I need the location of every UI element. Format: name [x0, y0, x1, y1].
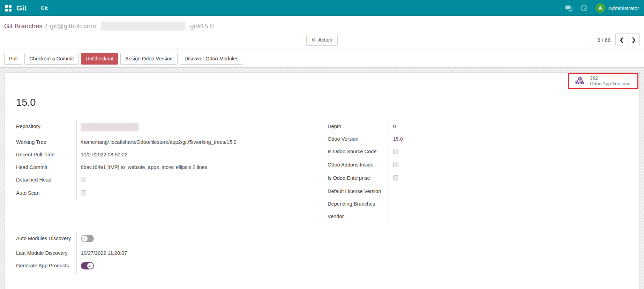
- record-title: 15.0: [16, 97, 639, 108]
- field-label: Odoo Version: [328, 133, 389, 145]
- redacted-value-block: [81, 123, 139, 131]
- field-label: Default License Version: [328, 185, 389, 198]
- detached-head-checkbox[interactable]: [81, 177, 86, 182]
- field-value: /home/hang/.local/share/Odoo/filestore/a…: [76, 136, 237, 148]
- is-odoo-enterprise-checkbox[interactable]: [393, 175, 398, 180]
- left-column: Repository Working Tree /home/hang/.loca…: [16, 120, 328, 274]
- app-brand[interactable]: Git: [16, 4, 27, 12]
- checkout-commit-button[interactable]: Checkout a Commit: [24, 53, 78, 65]
- chevron-right-icon: ❯: [631, 37, 636, 43]
- messages-icon[interactable]: [565, 4, 572, 12]
- button-box-row: 362 Odoo App Versions: [5, 73, 639, 89]
- field-label: Vendor: [328, 210, 389, 223]
- field-row-last-module-discovery: Last Module Discovery 10/27/2022 11:20:0…: [16, 247, 127, 259]
- breadcrumb-redacted-block: [101, 22, 186, 31]
- field-label: Odoo Addons Inside: [328, 158, 389, 172]
- top-navbar: Git Git A Administrator: [0, 0, 644, 16]
- field-value: [389, 198, 430, 210]
- odoo-addons-inside-checkbox[interactable]: [393, 162, 398, 167]
- field-label: Recent Pull Time: [16, 148, 76, 161]
- stat-count: 362: [590, 75, 630, 81]
- field-row-is-odoo-source-code: Is Odoo Source Code: [328, 145, 430, 158]
- field-label: Auto Scan: [16, 187, 76, 200]
- stat-label: Odoo App Versions: [590, 81, 630, 87]
- assign-odoo-version-button[interactable]: Assign Odoo Version: [120, 53, 177, 65]
- breadcrumb-current-suffix: .git#15.0: [188, 22, 214, 30]
- avatar: A: [596, 3, 605, 13]
- is-odoo-source-code-checkbox[interactable]: [393, 149, 398, 154]
- field-row-depth: Depth 0: [328, 120, 430, 133]
- field-label: Working Tree: [16, 136, 76, 148]
- action-button[interactable]: ⚙ Action: [306, 34, 338, 46]
- field-value: 10/27/2022 08:50:22: [76, 148, 237, 161]
- field-row-is-odoo-enterprise: Is Odoo Enterprise: [328, 172, 430, 185]
- pager-previous-button[interactable]: ❮: [615, 34, 628, 46]
- group-left-top: Repository Working Tree /home/hang/.loca…: [16, 120, 237, 200]
- apps-grid-dot: [5, 5, 8, 8]
- field-row-head-commit: Head Commit 8bac164e1 [IMP] to_website_a…: [16, 161, 237, 173]
- field-label: Detached Head: [16, 173, 76, 187]
- field-label: Repository: [16, 120, 76, 136]
- toggle-check-icon: ✓: [87, 263, 93, 269]
- breadcrumb: Git Branches / git@github.com: .git#15.0: [4, 20, 640, 32]
- toggle-x-icon: ✕: [82, 236, 88, 242]
- field-value: [389, 210, 430, 223]
- field-value: 8bac164e1 [IMP] to_website_apps_store: e…: [76, 161, 237, 173]
- group-right-top: Depth 0 Odoo Version 15.0 Is Odoo Source…: [328, 120, 430, 223]
- field-label: Is Odoo Source Code: [328, 145, 389, 158]
- field-row-auto-scan: Auto Scan: [16, 187, 237, 200]
- form-sheet: 362 Odoo App Versions 15.0 Repository Wo…: [5, 72, 639, 289]
- user-name: Administrator: [608, 5, 639, 11]
- field-row-repository: Repository: [16, 120, 237, 136]
- odoo-app-versions-stat-button[interactable]: 362 Odoo App Versions: [568, 73, 638, 89]
- generate-app-products-toggle-on[interactable]: ✓: [81, 262, 94, 269]
- content-background: 362 Odoo App Versions 15.0 Repository Wo…: [0, 68, 644, 289]
- control-panel: Git Branches / git@github.com: .git#15.0…: [0, 16, 644, 50]
- pull-button[interactable]: Pull: [4, 53, 22, 65]
- group-left-bottom: Auto Modules Discovery ✕ Last Module Dis…: [16, 232, 127, 274]
- apps-grid-dot: [5, 9, 8, 12]
- uncheckout-button[interactable]: UnCheckout: [81, 53, 119, 65]
- field-label: Depth: [328, 120, 389, 133]
- auto-modules-discovery-toggle-off[interactable]: ✕: [81, 235, 94, 242]
- field-label: Head Commit: [16, 161, 76, 173]
- apps-grid-dot: [9, 5, 12, 8]
- breadcrumb-current-prefix: git@github.com:: [50, 22, 98, 30]
- action-button-label: Action: [318, 37, 332, 43]
- apps-grid-dot: [9, 9, 12, 12]
- field-row-auto-modules-discovery: Auto Modules Discovery ✕: [16, 232, 127, 247]
- field-value: 0: [389, 120, 430, 133]
- cubes-icon: [573, 75, 586, 87]
- gear-icon: ⚙: [312, 37, 316, 43]
- right-column: Depth 0 Odoo Version 15.0 Is Odoo Source…: [328, 120, 632, 223]
- field-row-generate-app-products: Generate App Products ✓: [16, 259, 127, 274]
- field-row-odoo-version: Odoo Version 15.0: [328, 133, 430, 145]
- field-value: 10/27/2022 11:20:07: [76, 247, 127, 259]
- discover-odoo-modules-button[interactable]: Discover Odoo Modules: [180, 53, 244, 65]
- field-row-default-license-version: Default License Version: [328, 185, 430, 198]
- field-row-odoo-addons-inside: Odoo Addons Inside: [328, 158, 430, 172]
- form-statusbar: Pull Checkout a Commit UnCheckout Assign…: [0, 50, 644, 68]
- apps-grid-icon[interactable]: [5, 5, 12, 12]
- field-row-recent-pull-time: Recent Pull Time 10/27/2022 08:50:22: [16, 148, 237, 161]
- field-zone: Repository Working Tree /home/hang/.loca…: [5, 120, 639, 274]
- pager-next-button[interactable]: ❯: [628, 34, 640, 46]
- field-label: Last Module Discovery: [16, 247, 76, 259]
- field-row-detached-head: Detached Head: [16, 173, 237, 187]
- field-label: Auto Modules Discovery: [16, 232, 76, 247]
- breadcrumb-parent-link[interactable]: Git Branches: [4, 22, 43, 30]
- nav-menu-git[interactable]: Git: [37, 1, 51, 15]
- breadcrumb-separator: /: [45, 22, 47, 30]
- user-menu[interactable]: A Administrator: [596, 3, 639, 13]
- field-label: Generate App Products: [16, 259, 76, 274]
- auto-scan-checkbox[interactable]: [81, 190, 86, 195]
- field-row-working-tree: Working Tree /home/hang/.local/share/Odo…: [16, 136, 237, 148]
- field-label: Depending Branches: [328, 198, 389, 210]
- activities-clock-icon[interactable]: [580, 4, 588, 12]
- field-row-vendor: Vendor: [328, 210, 430, 223]
- chevron-left-icon: ❮: [620, 37, 624, 43]
- field-row-depending-branches: Depending Branches: [328, 198, 430, 210]
- field-value: [389, 185, 430, 198]
- odoo-version-link[interactable]: 15.0: [389, 133, 430, 145]
- field-label: Is Odoo Enterprise: [328, 172, 389, 185]
